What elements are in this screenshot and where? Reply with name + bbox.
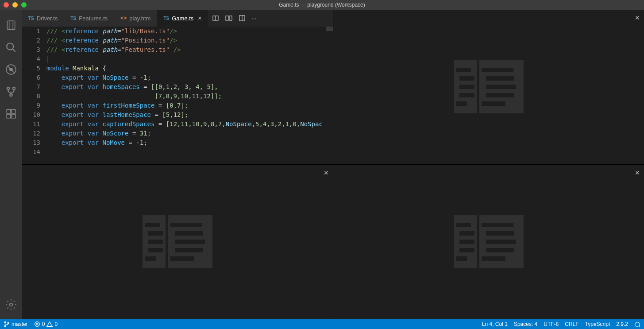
extensions-icon[interactable] xyxy=(0,103,22,125)
status-bar: master 0 0 Ln 4, Col 1 Spaces: 4 UTF-8 C… xyxy=(0,319,644,329)
close-icon[interactable]: × xyxy=(635,168,640,178)
window-controls xyxy=(0,2,27,8)
svg-rect-12 xyxy=(12,114,15,118)
search-icon[interactable] xyxy=(0,36,22,58)
tab-label: Features.ts xyxy=(79,15,108,22)
editor-pane-empty-bottom-right[interactable]: × xyxy=(333,165,644,320)
svg-point-2 xyxy=(7,43,13,50)
diff-icon[interactable] xyxy=(225,15,232,22)
close-icon[interactable]: × xyxy=(635,13,640,23)
editor-pane-main: TS Driver.ts TS Features.ts <> play.htm … xyxy=(22,10,333,164)
language-mode[interactable]: TypeScript xyxy=(585,321,610,327)
feedback-icon[interactable] xyxy=(634,321,640,327)
more-icon[interactable]: ··· xyxy=(252,15,257,22)
window-minimize[interactable] xyxy=(12,2,18,8)
debug-icon[interactable] xyxy=(0,58,22,81)
titlebar: Game.ts — playground (Workspace) xyxy=(0,0,644,10)
ts-version[interactable]: 2.9.2 xyxy=(616,321,628,327)
explorer-icon[interactable] xyxy=(0,14,22,36)
svg-rect-13 xyxy=(12,109,15,113)
activity-bar xyxy=(0,10,22,319)
svg-rect-1 xyxy=(9,21,15,30)
window-title: Game.ts — playground (Workspace) xyxy=(279,2,365,8)
svg-point-14 xyxy=(10,303,13,306)
line-gutter: 1234567891011121314 xyxy=(22,27,46,164)
text-cursor xyxy=(47,56,47,63)
editor-pane-empty-bottom-left[interactable]: × xyxy=(22,165,333,320)
cursor-position[interactable]: Ln 4, Col 1 xyxy=(482,321,508,327)
problems-status[interactable]: 0 0 xyxy=(34,321,58,327)
svg-rect-10 xyxy=(7,109,11,113)
svg-rect-17 xyxy=(226,16,228,20)
svg-rect-0 xyxy=(7,21,13,30)
close-icon[interactable]: × xyxy=(198,15,201,22)
svg-point-22 xyxy=(4,325,6,327)
svg-point-9 xyxy=(10,94,12,96)
preview-icon[interactable] xyxy=(212,15,219,22)
placeholder-icon xyxy=(454,60,524,113)
source-control-icon[interactable] xyxy=(0,81,22,103)
svg-point-6 xyxy=(10,68,13,71)
editor-pane-empty-top-right[interactable]: × xyxy=(333,10,644,164)
indentation[interactable]: Spaces: 4 xyxy=(514,321,537,327)
svg-rect-11 xyxy=(7,114,11,118)
svg-point-23 xyxy=(8,322,9,324)
code-editor[interactable]: 1234567891011121314 /// <reference path=… xyxy=(22,27,333,164)
typescript-icon: TS xyxy=(163,16,169,21)
minimap[interactable] xyxy=(326,27,333,31)
tab-game[interactable]: TS Game.ts × xyxy=(157,10,208,27)
editor-area: TS Driver.ts TS Features.ts <> play.htm … xyxy=(22,10,644,319)
tab-play[interactable]: <> play.htm xyxy=(114,10,157,27)
typescript-icon: TS xyxy=(28,16,34,21)
tab-label: Driver.ts xyxy=(37,15,58,22)
svg-point-21 xyxy=(4,321,6,323)
settings-icon[interactable] xyxy=(0,294,22,316)
svg-point-8 xyxy=(13,87,15,89)
tab-driver[interactable]: TS Driver.ts xyxy=(22,10,64,27)
tab-label: play.htm xyxy=(129,15,150,22)
encoding[interactable]: UTF-8 xyxy=(544,321,559,327)
window-close[interactable] xyxy=(4,2,9,8)
html-icon: <> xyxy=(120,15,127,21)
typescript-icon: TS xyxy=(70,16,76,21)
window-maximize[interactable] xyxy=(21,2,27,8)
git-branch[interactable]: master xyxy=(4,321,28,327)
tab-label: Game.ts xyxy=(172,15,193,22)
eol[interactable]: CRLF xyxy=(565,321,578,327)
code-content[interactable]: /// <reference path="lib/Base.ts"/>/// <… xyxy=(46,27,333,164)
close-icon[interactable]: × xyxy=(324,168,328,178)
svg-point-7 xyxy=(7,87,9,89)
placeholder-icon xyxy=(454,215,524,268)
tab-features[interactable]: TS Features.ts xyxy=(64,10,114,27)
placeholder-icon xyxy=(143,215,212,268)
svg-line-3 xyxy=(12,49,15,52)
tab-bar: TS Driver.ts TS Features.ts <> play.htm … xyxy=(22,10,333,27)
svg-rect-18 xyxy=(229,16,232,20)
split-icon[interactable] xyxy=(239,15,246,22)
